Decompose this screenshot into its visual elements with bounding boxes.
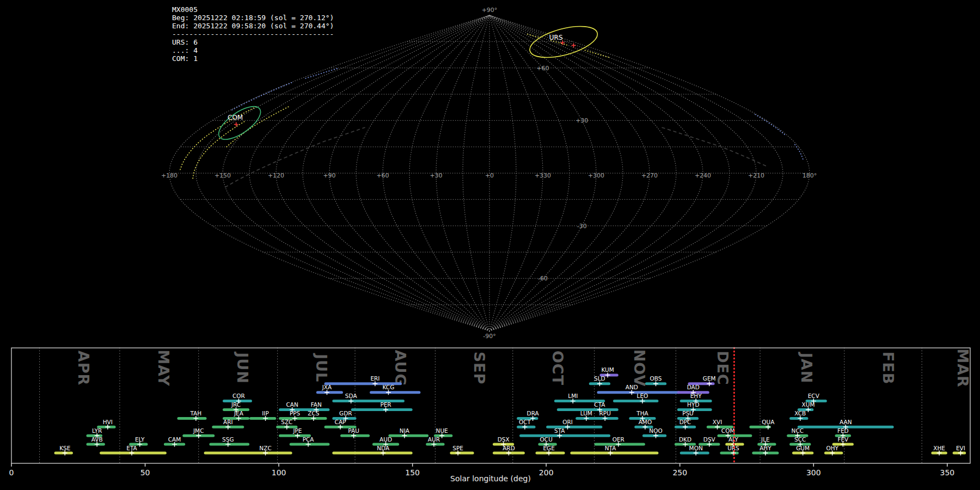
shower-bar-ZCS [305, 417, 327, 420]
shower-peak-marker [763, 451, 768, 456]
map-longitude-label: +90 [323, 172, 335, 179]
shower-label-ERI: ERI [370, 375, 379, 382]
shower-bar-SDA [332, 400, 405, 402]
shower-peak-marker [172, 442, 177, 447]
shower-label-SLD: SLD [594, 375, 605, 382]
shower-peak-marker [584, 416, 589, 421]
shower-peak-marker [616, 442, 621, 447]
month-label-SEP: SEP [471, 352, 488, 385]
shower-label-DRA: DRA [527, 410, 540, 416]
shower-label-AAN: AAN [840, 419, 852, 425]
info-line-5: ...: 4 [172, 46, 334, 54]
shower-peak-marker [456, 451, 461, 456]
shower-label-AMO: AMO [639, 419, 652, 425]
shower-peak-marker [830, 451, 835, 456]
shower-label-FED: FED [837, 427, 849, 434]
shower-peak-marker [439, 433, 444, 438]
shower-label-DKD: DKD [679, 436, 691, 443]
shower-peak-marker [63, 451, 68, 456]
shower-peak-marker [324, 390, 329, 395]
shower-label-KUM: KUM [601, 366, 614, 373]
x-axis-tick-label: 250 [672, 468, 687, 477]
shower-label-SPE: SPE [452, 445, 463, 451]
shower-label-ARD: ARD [503, 445, 515, 451]
shower-label-LUM: LUM [580, 410, 592, 416]
shower-label-PPS: PPS [290, 410, 301, 416]
shower-label-EHY: EHY [690, 393, 702, 399]
shower-label-LEO: LEO [637, 393, 648, 399]
shower-label-JPE: JPE [292, 427, 302, 434]
shower-bar-KCG [370, 391, 420, 394]
shower-peak-marker [381, 451, 385, 456]
shower-label-PCA: PCA [303, 436, 315, 443]
shower-bar-NDA [332, 452, 412, 455]
shower-peak-marker [798, 416, 803, 421]
shower-label-SCC: SCC [794, 436, 806, 443]
shower-label-XVI: XVI [713, 419, 722, 425]
x-axis-tick-label: 150 [405, 468, 420, 477]
shower-peak-marker [597, 381, 602, 386]
shower-bar-LEO [613, 400, 658, 402]
month-label-JAN: JAN [798, 352, 815, 384]
shower-label-ZCS: ZCS [308, 410, 320, 416]
shower-label-JXA: JXA [322, 384, 332, 390]
x-axis-tick-label: 200 [539, 468, 554, 477]
shower-label-DSX: DSX [498, 436, 510, 443]
meteor-track [225, 127, 365, 187]
shower-label-SZC: SZC [281, 419, 292, 425]
shower-label-TAH: TAH [190, 410, 202, 416]
shower-label-ELY: ELY [135, 436, 145, 443]
shower-label-JEA: JEA [234, 410, 244, 416]
shower-peak-marker [522, 425, 527, 430]
shower-bar-STA [519, 434, 610, 437]
shower-label-NDA: NDA [377, 445, 390, 451]
shower-peak-marker [683, 442, 688, 447]
shower-peak-marker [306, 442, 311, 447]
shower-peak-marker [263, 416, 268, 421]
map-latitude-label: +60 [536, 65, 549, 72]
meteor-track [193, 120, 246, 178]
map-latitude-label: -30 [577, 223, 587, 230]
shower-label-OCT: OCT [519, 419, 531, 425]
shower-peak-marker [765, 425, 770, 430]
month-label-FEB: FEB [880, 352, 897, 384]
shower-label-HVI: HVI [103, 419, 113, 425]
shower-peak-marker [129, 451, 134, 456]
month-label-JUL: JUL [313, 353, 330, 382]
shower-label-JMC: JMC [193, 427, 204, 434]
shower-label-IIP: IIP [262, 410, 269, 416]
shower-peak-marker [348, 399, 353, 403]
shower-peak-marker [715, 425, 720, 430]
shower-peak-marker [653, 381, 658, 386]
shower-label-OBS: OBS [650, 375, 662, 382]
shower-bar-NTA [570, 452, 658, 455]
shower-label-LYR: LYR [92, 427, 102, 434]
month-label-JUN: JUN [234, 351, 251, 384]
shower-label-NOO: NOO [649, 427, 662, 434]
shower-peak-marker [196, 433, 201, 438]
shower-label-ORI: ORI [562, 419, 573, 425]
x-axis-title: Solar longitude (deg) [450, 474, 531, 483]
shower-label-PSU: PSU [682, 410, 694, 416]
shower-label-NCC: NCC [792, 427, 804, 434]
x-axis-tick-label: 350 [940, 468, 954, 477]
shower-label-XHE: XHE [933, 445, 945, 451]
shower-label-PAU: PAU [348, 427, 359, 434]
shower-bar-PER [351, 408, 413, 411]
shower-label-STA: STA [554, 427, 565, 434]
shower-label-NZC: NZC [259, 445, 271, 451]
shower-bar-JXA [316, 391, 343, 394]
shower-peak-marker [311, 416, 316, 421]
shower-bar-TAH [177, 417, 206, 420]
shower-peak-marker [653, 433, 658, 438]
meteor-track [305, 68, 339, 78]
radiant-label-COM: COM [228, 114, 243, 121]
map-longitude-label: +270 [641, 172, 658, 179]
shower-peak-marker [806, 407, 811, 412]
month-label-OCT: OCT [549, 351, 566, 385]
shower-label-SDA: SDA [345, 393, 358, 399]
map-longitude-label: +210 [748, 172, 764, 179]
map-longitude-label: +180 [161, 172, 177, 179]
shower-label-ETA: ETA [126, 445, 137, 451]
shower-label-NIA: NIA [400, 427, 410, 434]
